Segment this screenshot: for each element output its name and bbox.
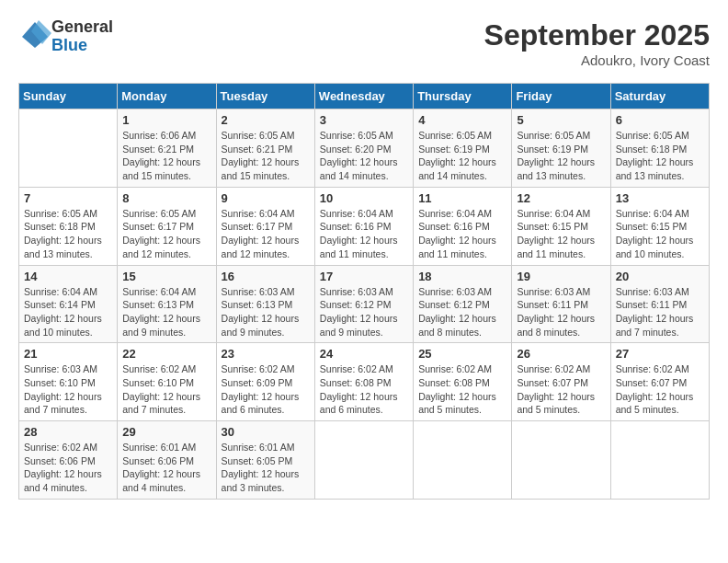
day-info: Sunrise: 6:01 AM Sunset: 6:06 PM Dayligh… [122, 441, 210, 495]
day-number: 30 [222, 425, 310, 439]
day-info: Sunrise: 6:02 AM Sunset: 6:06 PM Dayligh… [24, 441, 112, 495]
day-info: Sunrise: 6:03 AM Sunset: 6:12 PM Dayligh… [320, 285, 408, 339]
day-of-week-header: Friday [512, 84, 610, 109]
calendar-cell: 23Sunrise: 6:02 AM Sunset: 6:09 PM Dayli… [216, 343, 314, 421]
day-number: 26 [517, 347, 605, 361]
calendar-subtitle: Adoukro, Ivory Coast [484, 52, 710, 68]
day-info: Sunrise: 6:02 AM Sunset: 6:10 PM Dayligh… [122, 362, 210, 417]
day-number: 21 [24, 347, 112, 361]
day-info: Sunrise: 6:04 AM Sunset: 6:17 PM Dayligh… [222, 207, 310, 261]
day-info: Sunrise: 6:04 AM Sunset: 6:15 PM Dayligh… [616, 207, 704, 261]
day-info: Sunrise: 6:05 AM Sunset: 6:19 PM Dayligh… [517, 129, 605, 183]
calendar-cell: 28Sunrise: 6:02 AM Sunset: 6:06 PM Dayli… [19, 421, 118, 500]
day-info: Sunrise: 6:03 AM Sunset: 6:13 PM Dayligh… [222, 285, 310, 339]
day-number: 19 [517, 270, 605, 283]
calendar-cell: 3Sunrise: 6:05 AM Sunset: 6:20 PM Daylig… [314, 109, 413, 188]
day-info: Sunrise: 6:04 AM Sunset: 6:15 PM Dayligh… [517, 207, 605, 261]
day-info: Sunrise: 6:03 AM Sunset: 6:12 PM Dayligh… [418, 285, 506, 339]
day-info: Sunrise: 6:04 AM Sunset: 6:16 PM Dayligh… [418, 207, 506, 261]
day-number: 12 [517, 191, 605, 205]
calendar-cell [19, 109, 118, 188]
day-number: 5 [517, 113, 605, 127]
calendar-cell: 16Sunrise: 6:03 AM Sunset: 6:13 PM Dayli… [216, 265, 314, 343]
day-of-week-header: Tuesday [216, 84, 314, 109]
day-info: Sunrise: 6:04 AM Sunset: 6:16 PM Dayligh… [320, 207, 408, 261]
day-info: Sunrise: 6:03 AM Sunset: 6:11 PM Dayligh… [616, 285, 704, 339]
logo-text: General Blue [51, 18, 113, 55]
day-number: 4 [418, 113, 506, 127]
day-number: 11 [418, 191, 506, 205]
calendar-week-row: 21Sunrise: 6:03 AM Sunset: 6:10 PM Dayli… [19, 343, 710, 421]
day-number: 7 [24, 191, 112, 205]
calendar-week-row: 28Sunrise: 6:02 AM Sunset: 6:06 PM Dayli… [19, 421, 710, 500]
calendar-cell: 19Sunrise: 6:03 AM Sunset: 6:11 PM Dayli… [512, 265, 610, 343]
calendar-cell: 14Sunrise: 6:04 AM Sunset: 6:14 PM Dayli… [19, 265, 118, 343]
day-info: Sunrise: 6:03 AM Sunset: 6:11 PM Dayligh… [517, 285, 605, 339]
day-info: Sunrise: 6:05 AM Sunset: 6:19 PM Dayligh… [418, 129, 506, 183]
calendar-cell: 24Sunrise: 6:02 AM Sunset: 6:08 PM Dayli… [314, 343, 413, 421]
calendar-cell [414, 421, 512, 500]
day-number: 17 [320, 270, 408, 283]
day-of-week-header: Saturday [610, 84, 709, 109]
day-number: 18 [418, 270, 506, 283]
calendar-cell: 22Sunrise: 6:02 AM Sunset: 6:10 PM Dayli… [118, 343, 216, 421]
calendar-body: 1Sunrise: 6:06 AM Sunset: 6:21 PM Daylig… [19, 109, 710, 500]
calendar-cell [610, 421, 709, 500]
day-number: 14 [24, 270, 112, 283]
day-number: 13 [616, 191, 704, 205]
calendar-cell: 11Sunrise: 6:04 AM Sunset: 6:16 PM Dayli… [414, 187, 512, 265]
day-number: 10 [320, 191, 408, 205]
day-number: 15 [122, 270, 210, 283]
day-info: Sunrise: 6:05 AM Sunset: 6:21 PM Dayligh… [222, 129, 310, 183]
day-info: Sunrise: 6:06 AM Sunset: 6:21 PM Dayligh… [122, 129, 210, 183]
day-number: 16 [222, 270, 310, 283]
day-info: Sunrise: 6:05 AM Sunset: 6:20 PM Dayligh… [320, 129, 408, 183]
title-block: September 2025 Adoukro, Ivory Coast [484, 18, 710, 68]
day-number: 24 [320, 347, 408, 361]
calendar-cell: 26Sunrise: 6:02 AM Sunset: 6:07 PM Dayli… [512, 343, 610, 421]
day-number: 3 [320, 113, 408, 127]
calendar-cell: 5Sunrise: 6:05 AM Sunset: 6:19 PM Daylig… [512, 109, 610, 188]
calendar-cell: 10Sunrise: 6:04 AM Sunset: 6:16 PM Dayli… [314, 187, 413, 265]
day-info: Sunrise: 6:02 AM Sunset: 6:08 PM Dayligh… [320, 362, 408, 417]
calendar-cell: 1Sunrise: 6:06 AM Sunset: 6:21 PM Daylig… [118, 109, 216, 188]
calendar-cell: 29Sunrise: 6:01 AM Sunset: 6:06 PM Dayli… [118, 421, 216, 500]
calendar-week-row: 14Sunrise: 6:04 AM Sunset: 6:14 PM Dayli… [19, 265, 710, 343]
calendar-cell: 6Sunrise: 6:05 AM Sunset: 6:18 PM Daylig… [610, 109, 709, 188]
day-number: 29 [122, 425, 210, 439]
day-info: Sunrise: 6:05 AM Sunset: 6:18 PM Dayligh… [24, 207, 112, 261]
day-of-week-header: Monday [118, 84, 216, 109]
calendar-table: SundayMondayTuesdayWednesdayThursdayFrid… [18, 83, 710, 500]
calendar-header-row: SundayMondayTuesdayWednesdayThursdayFrid… [19, 84, 710, 109]
day-number: 20 [616, 270, 704, 283]
calendar-cell: 30Sunrise: 6:01 AM Sunset: 6:05 PM Dayli… [216, 421, 314, 500]
calendar-cell [512, 421, 610, 500]
day-number: 8 [122, 191, 210, 205]
calendar-cell: 25Sunrise: 6:02 AM Sunset: 6:08 PM Dayli… [414, 343, 512, 421]
day-info: Sunrise: 6:02 AM Sunset: 6:07 PM Dayligh… [616, 362, 704, 417]
day-info: Sunrise: 6:04 AM Sunset: 6:13 PM Dayligh… [122, 285, 210, 339]
day-info: Sunrise: 6:02 AM Sunset: 6:09 PM Dayligh… [222, 362, 310, 417]
day-number: 6 [616, 113, 704, 127]
day-number: 23 [222, 347, 310, 361]
calendar-cell: 18Sunrise: 6:03 AM Sunset: 6:12 PM Dayli… [414, 265, 512, 343]
day-number: 1 [122, 113, 210, 127]
logo: General Blue [18, 18, 113, 55]
calendar-week-row: 7Sunrise: 6:05 AM Sunset: 6:18 PM Daylig… [19, 187, 710, 265]
day-info: Sunrise: 6:01 AM Sunset: 6:05 PM Dayligh… [222, 441, 310, 495]
day-info: Sunrise: 6:02 AM Sunset: 6:07 PM Dayligh… [517, 362, 605, 417]
day-number: 27 [616, 347, 704, 361]
day-of-week-header: Wednesday [314, 84, 413, 109]
logo-icon [18, 18, 51, 52]
calendar-cell: 9Sunrise: 6:04 AM Sunset: 6:17 PM Daylig… [216, 187, 314, 265]
calendar-cell: 27Sunrise: 6:02 AM Sunset: 6:07 PM Dayli… [610, 343, 709, 421]
day-info: Sunrise: 6:02 AM Sunset: 6:08 PM Dayligh… [418, 362, 506, 417]
day-info: Sunrise: 6:05 AM Sunset: 6:17 PM Dayligh… [122, 207, 210, 261]
day-number: 9 [222, 191, 310, 205]
calendar-cell: 17Sunrise: 6:03 AM Sunset: 6:12 PM Dayli… [314, 265, 413, 343]
day-number: 22 [122, 347, 210, 361]
calendar-cell: 12Sunrise: 6:04 AM Sunset: 6:15 PM Dayli… [512, 187, 610, 265]
day-info: Sunrise: 6:04 AM Sunset: 6:14 PM Dayligh… [24, 285, 112, 339]
calendar-cell: 13Sunrise: 6:04 AM Sunset: 6:15 PM Dayli… [610, 187, 709, 265]
calendar-week-row: 1Sunrise: 6:06 AM Sunset: 6:21 PM Daylig… [19, 109, 710, 188]
